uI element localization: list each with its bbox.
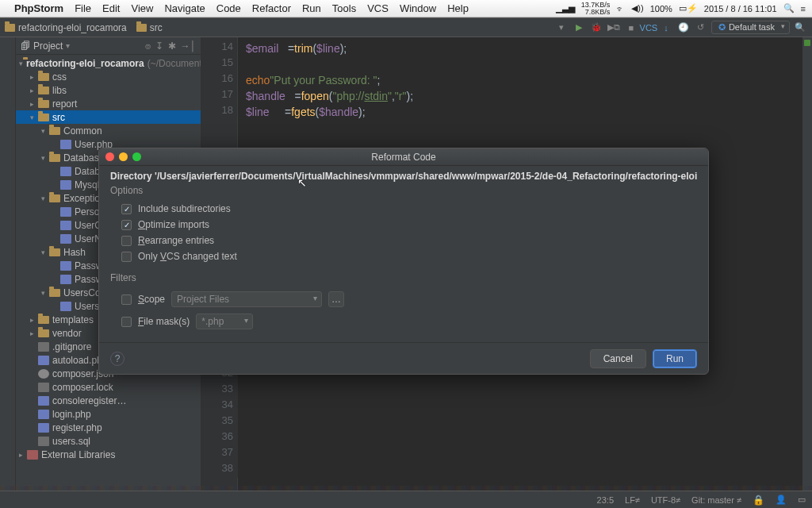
breadcrumb-root[interactable]: refactoring-eloi_rocamora <box>5 22 127 33</box>
scope-label: Scope <box>138 294 165 305</box>
rearrange-entries-checkbox[interactable] <box>121 236 132 246</box>
volume-icon[interactable]: ◀)) <box>631 3 643 13</box>
file-mask-label: File mask(s) <box>138 316 190 327</box>
wifi-icon[interactable]: ᯤ <box>616 4 625 13</box>
run-config-dropdown[interactable]: ▾ <box>554 21 569 35</box>
filters-heading: Filters <box>110 272 697 283</box>
task-selector[interactable]: ✪Default task <box>711 21 790 34</box>
lock-icon[interactable]: 🔒 <box>753 495 764 506</box>
tree-root[interactable]: refactoring-eloi_rocamora(~/Documents/Vi… <box>16 56 201 70</box>
dialog-titlebar[interactable]: Reformat Code <box>99 148 708 166</box>
editor-error-strip[interactable] <box>802 37 812 491</box>
scope-checkbox[interactable] <box>121 294 132 305</box>
project-panel-title[interactable]: 🗐Project▾ <box>21 40 145 52</box>
file-mask-checkbox[interactable] <box>121 317 132 327</box>
only-vcs-changed-checkbox[interactable] <box>121 252 132 262</box>
stop-button[interactable]: ■ <box>624 21 638 35</box>
menu-view[interactable]: View <box>131 2 153 14</box>
menu-refactor[interactable]: Refactor <box>252 2 291 14</box>
dialog-title: Reformat Code <box>99 152 708 163</box>
status-graph-icon: ▁▃▅ <box>556 3 575 13</box>
directory-path: Directory '/Users/javierferrer/Documents… <box>110 171 697 182</box>
menu-help[interactable]: Help <box>447 2 469 14</box>
tree-row[interactable]: composer.lock <box>16 380 201 394</box>
clock: 2015 / 8 / 16 11:01 <box>704 4 777 13</box>
git-branch[interactable]: Git: master ≠ <box>691 495 741 505</box>
menu-vcs[interactable]: VCS <box>367 2 389 14</box>
left-tool-strip <box>0 37 16 491</box>
search-everywhere-icon[interactable]: 🔍 <box>793 21 807 35</box>
external-libraries[interactable]: External Libraries <box>16 448 201 461</box>
include-subdirs-label: Include subdirectories <box>138 203 231 214</box>
tree-row[interactable]: login.php <box>16 407 201 421</box>
rearrange-entries-label: Rearrange entries <box>138 235 214 246</box>
mouse-cursor-icon: ↖ <box>297 176 307 189</box>
menu-navigate[interactable]: Navigate <box>164 2 205 14</box>
zoom-icon[interactable] <box>132 152 141 161</box>
include-subdirs-checkbox[interactable] <box>121 204 132 214</box>
scope-more-button[interactable]: … <box>328 291 344 307</box>
folder-icon <box>5 24 15 32</box>
scope-combo[interactable]: Project Files <box>171 291 322 307</box>
cursor-position[interactable]: 23:5 <box>597 495 614 505</box>
macos-menubar: PhpStorm File Edit View Navigate Code Re… <box>0 0 812 17</box>
debug-button[interactable]: 🐞 <box>589 21 603 35</box>
tree-row[interactable]: register.php <box>16 421 201 434</box>
inspection-ok-icon <box>804 40 810 46</box>
editor-gutter-lower: 32333435363738 <box>201 367 238 478</box>
breadcrumb-src-label: src <box>150 22 163 33</box>
settings-icon[interactable]: ✱ <box>168 40 176 52</box>
menu-run[interactable]: Run <box>302 2 321 14</box>
tree-row[interactable]: src <box>16 110 201 124</box>
close-icon[interactable] <box>105 152 114 161</box>
folder-icon <box>136 24 147 32</box>
hide-panel-icon[interactable]: →│ <box>181 40 197 52</box>
line-separator[interactable]: LF≠ <box>625 495 640 505</box>
tree-row[interactable]: consoleregister… <box>16 394 201 407</box>
battery-percent: 100% <box>650 4 672 13</box>
hector-icon[interactable]: 👤 <box>776 495 787 505</box>
run-button[interactable]: Run <box>653 349 697 368</box>
battery-icon: ▭⚡ <box>679 3 698 13</box>
tree-row[interactable]: Common <box>16 124 201 137</box>
spotlight-icon[interactable]: 🔍 <box>783 3 795 13</box>
cancel-button[interactable]: Cancel <box>590 349 646 368</box>
vcs-update-button[interactable]: VCS <box>642 21 656 35</box>
optimize-imports-label: Optimize imports <box>138 219 209 230</box>
net-rates: 13.7KB/s7.8KB/s <box>581 2 611 16</box>
help-button[interactable]: ? <box>110 352 124 366</box>
reformat-code-dialog: Reformat Code Directory '/Users/javierfe… <box>98 148 709 375</box>
file-encoding[interactable]: UTF-8≠ <box>651 495 680 505</box>
options-heading: Options <box>110 185 697 196</box>
minimize-icon[interactable] <box>119 152 128 161</box>
tree-row[interactable]: report <box>16 97 201 110</box>
run-button[interactable]: ▶ <box>572 21 586 35</box>
vcs-revert-button[interactable]: ↺ <box>694 21 708 35</box>
collapse-all-icon[interactable]: ↧ <box>155 40 163 52</box>
autoscroll-icon[interactable]: ⌾ <box>145 40 151 52</box>
ide-toolbar: refactoring-eloi_rocamora src ▾ ▶ 🐞 ▶⧉ ■… <box>0 17 812 37</box>
breadcrumb-src[interactable]: src <box>136 22 163 33</box>
tree-row[interactable]: users.sql <box>16 434 201 448</box>
editor-lines: $email = trim($line); echo "Put your Pas… <box>238 37 812 120</box>
status-bar: 23:5 LF≠ UTF-8≠ Git: master ≠ 🔒 👤 ▭ <box>0 491 812 508</box>
coverage-button[interactable]: ▶⧉ <box>607 21 621 35</box>
vcs-history-button[interactable]: 🕘 <box>676 21 691 35</box>
only-vcs-changed-label: Only VCS changed text <box>138 251 237 262</box>
menu-edit[interactable]: Edit <box>102 2 120 14</box>
file-mask-combo[interactable]: *.php <box>196 314 253 329</box>
menu-code[interactable]: Code <box>216 2 241 14</box>
breadcrumb-root-label: refactoring-eloi_rocamora <box>18 22 127 33</box>
tree-row[interactable]: libs <box>16 83 201 97</box>
menu-extra-icon[interactable]: ≡ <box>801 4 806 13</box>
menu-window[interactable]: Window <box>400 2 436 14</box>
tree-row[interactable]: css <box>16 70 201 83</box>
memory-indicator[interactable]: ▭ <box>798 495 806 505</box>
menu-tools[interactable]: Tools <box>332 2 356 14</box>
app-name[interactable]: PhpStorm <box>14 2 63 14</box>
vcs-commit-button[interactable]: ↓ <box>659 21 673 35</box>
menu-file[interactable]: File <box>75 2 91 14</box>
optimize-imports-checkbox[interactable] <box>121 220 132 230</box>
